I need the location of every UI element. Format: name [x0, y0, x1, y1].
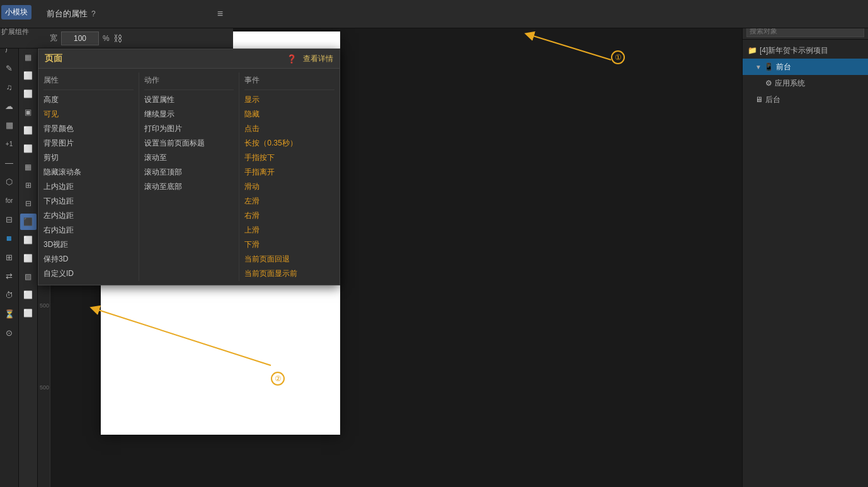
sidebar-music[interactable]: ♫: [1, 78, 18, 96]
sidebar-for[interactable]: for: [1, 192, 18, 209]
help-icon[interactable]: ?: [91, 9, 96, 18]
event-slide-up[interactable]: 上滑: [244, 223, 334, 238]
tool-btn-7[interactable]: ⬜: [20, 140, 37, 157]
prop-visible[interactable]: 可见: [43, 107, 134, 122]
ruler-v-mark-500b: 500: [39, 384, 49, 391]
sidebar-dash[interactable]: —: [1, 154, 18, 171]
project-icon: 📁: [748, 46, 757, 55]
dropdown-col-properties: 属性 高度 可见 背景颜色 背景图片 剪切 隐藏滚动条 上内边距 下内边距 左内…: [38, 72, 139, 281]
page-title: 前台的属性: [47, 8, 88, 20]
action-scroll-bottom[interactable]: 滚动至底部: [144, 180, 234, 194]
tool-btn-11[interactable]: ⬛: [20, 214, 37, 230]
sidebar-grid[interactable]: ⊞: [1, 248, 18, 266]
sidebar-plus1[interactable]: +1: [1, 135, 18, 152]
event-slide-down[interactable]: 下滑: [244, 238, 334, 252]
tool-btn-2[interactable]: ▦: [20, 49, 37, 66]
event-finger-up[interactable]: 手指离开: [244, 165, 334, 180]
prop-clip[interactable]: 剪切: [43, 151, 134, 165]
right-panel: 对象树 📁 [4]新年贺卡示例项目 ▼ 📱 前台 ⚙ 应用系统 🖥 后台: [742, 0, 868, 487]
event-slide[interactable]: 滑动: [244, 180, 334, 194]
prop-height[interactable]: 高度: [43, 93, 134, 107]
appsystem-icon: ⚙: [765, 79, 772, 88]
event-slide-right[interactable]: 右滑: [244, 209, 334, 223]
tool-btn-15[interactable]: ⬜: [20, 287, 37, 303]
tool-btn-5[interactable]: ▣: [20, 104, 37, 120]
action-set-title[interactable]: 设置当前页面标题: [144, 136, 234, 151]
prop-scrollbar[interactable]: 隐藏滚动条: [43, 165, 134, 180]
prop-padding-left[interactable]: 左内边距: [43, 209, 134, 223]
tool-btn-3[interactable]: ⬜: [20, 67, 37, 84]
expand-component-button[interactable]: 扩展组件: [1, 26, 29, 37]
event-page-back[interactable]: 当前页面回退: [244, 252, 334, 266]
sidebar-hourglass[interactable]: ⏳: [1, 305, 18, 323]
menu-icon[interactable]: ≡: [217, 8, 228, 20]
tool-btn-14[interactable]: ▧: [20, 268, 37, 285]
action-set-prop[interactable]: 设置属性: [144, 93, 234, 107]
tool-btn-16[interactable]: ⬜: [20, 305, 37, 321]
backend-icon: 🖥: [755, 95, 763, 104]
annotation-1: ①: [611, 50, 625, 64]
tool-btn-6[interactable]: ⬜: [20, 122, 37, 139]
sidebar-cloud[interactable]: ☁: [1, 97, 18, 115]
action-print[interactable]: 打印为图片: [144, 122, 234, 136]
prop-padding-top[interactable]: 上内边距: [43, 180, 134, 194]
small-module-button[interactable]: 小模块: [1, 5, 31, 20]
sidebar-layer[interactable]: ⬡: [1, 173, 18, 190]
top-bar: 小模块 前台的属性 ? ≡: [0, 0, 868, 28]
tool-btn-10[interactable]: ⊟: [20, 195, 37, 212]
svg-line-2: [529, 35, 611, 60]
col-header-properties: 属性: [43, 72, 134, 90]
tree-item-backend[interactable]: 🖥 后台: [743, 91, 868, 108]
prop-3d-dist[interactable]: 3D视距: [43, 238, 134, 252]
event-slide-left[interactable]: 左滑: [244, 194, 334, 209]
dropdown-header: 页面 ❓ 查看详情: [38, 49, 340, 69]
prop-padding-right[interactable]: 右内边距: [43, 223, 134, 238]
sidebar-share[interactable]: ⇄: [1, 267, 18, 285]
col-header-actions: 动作: [144, 72, 234, 90]
tree-item-project-label: [4]新年贺卡示例项目: [760, 45, 828, 56]
event-hide[interactable]: 隐藏: [244, 107, 334, 122]
action-scroll-to[interactable]: 滚动至: [144, 151, 234, 165]
dropdown-help-icon[interactable]: ❓: [287, 54, 297, 64]
event-click[interactable]: 点击: [244, 122, 334, 136]
dropdown-columns: 属性 高度 可见 背景颜色 背景图片 剪切 隐藏滚动条 上内边距 下内边距 左内…: [38, 69, 340, 285]
event-longpress[interactable]: 长按（0.35秒）: [244, 136, 334, 151]
dropdown-col-events: 事件 显示 隐藏 点击 长按（0.35秒） 手指按下 手指离开 滑动 左滑 右滑…: [239, 72, 340, 281]
sidebar-hex[interactable]: ▩: [1, 229, 18, 247]
sidebar-edit[interactable]: ✎: [1, 59, 18, 77]
prop-bgimg[interactable]: 背景图片: [43, 136, 134, 151]
prop-bgcolor[interactable]: 背景颜色: [43, 122, 134, 136]
width-input[interactable]: [61, 32, 99, 45]
tool-btn-13[interactable]: ⬜: [20, 250, 37, 266]
prop-padding-bottom[interactable]: 下内边距: [43, 194, 134, 209]
event-page-before-show[interactable]: 当前页面显示前: [244, 266, 334, 281]
width-bar: 宽 % ⛓: [0, 28, 233, 49]
event-finger-down[interactable]: 手指按下: [244, 151, 334, 165]
chevron-icon: ▼: [755, 64, 762, 71]
tree-item-appsystem[interactable]: ⚙ 应用系统: [743, 75, 868, 91]
tree-item-project[interactable]: 📁 [4]新年贺卡示例项目: [743, 42, 868, 59]
event-show[interactable]: 显示: [244, 93, 334, 107]
action-continue-show[interactable]: 继续显示: [144, 107, 234, 122]
tree-item-appsystem-label: 应用系统: [775, 78, 805, 89]
sidebar-block[interactable]: ▦: [1, 116, 18, 134]
tool-btn-4[interactable]: ⬜: [20, 86, 37, 102]
tool-btn-8[interactable]: ▦: [20, 159, 37, 175]
prop-custom-id[interactable]: 自定义ID: [43, 266, 134, 281]
tool-btn-12[interactable]: ⬜: [20, 232, 37, 248]
action-scroll-top[interactable]: 滚动至顶部: [144, 165, 234, 180]
dropdown-link[interactable]: 查看详情: [303, 54, 333, 64]
width-unit: %: [103, 34, 110, 43]
sidebar-timer[interactable]: ⏱: [1, 286, 18, 304]
left-sidebar: 小模块 扩展 广 ✎ ♫ ☁ ▦ +1 — ⬡ for ⊟ ▩ ⊞ ⇄ ⏱ ⏳ …: [0, 0, 19, 487]
prop-keep3d[interactable]: 保持3D: [43, 252, 134, 266]
dropdown-col-actions: 动作 设置属性 继续显示 打印为图片 设置当前页面标题 滚动至 滚动至顶部 滚动…: [139, 72, 240, 281]
lock-icon[interactable]: ⛓: [113, 33, 122, 43]
tree-area: 📁 [4]新年贺卡示例项目 ▼ 📱 前台 ⚙ 应用系统 🖥 后台: [743, 40, 868, 487]
tool-btn-9[interactable]: ⊞: [20, 177, 37, 193]
sidebar-circle[interactable]: ⊙: [1, 324, 18, 341]
tree-item-backend-label: 后台: [765, 95, 780, 105]
tree-item-frontend[interactable]: ▼ 📱 前台: [743, 59, 868, 75]
frontend-icon: 📱: [764, 62, 774, 71]
sidebar-panel[interactable]: ⊟: [1, 210, 18, 228]
